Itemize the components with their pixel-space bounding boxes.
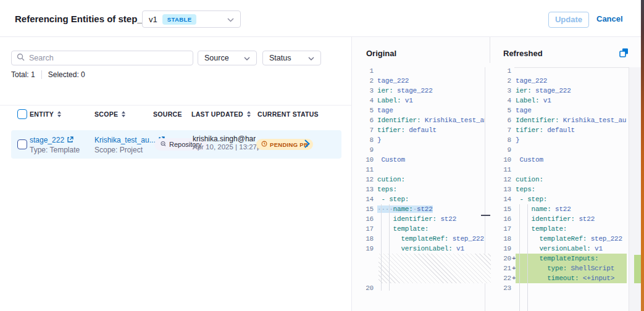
refreshed-pane-title: Refreshed bbox=[503, 49, 543, 58]
code-line: 3ier: stage_222 bbox=[499, 86, 641, 96]
indent-guide bbox=[519, 204, 520, 311]
clock-icon bbox=[261, 141, 267, 148]
code-line: 12cution: bbox=[361, 175, 491, 185]
code-line: 5tage bbox=[361, 106, 491, 115]
indent-guide bbox=[381, 204, 382, 291]
divider bbox=[41, 70, 42, 79]
selected-count: Selected: 0 bbox=[48, 70, 85, 79]
version-select[interactable]: v1 STABLE bbox=[142, 10, 241, 28]
repository-icon bbox=[160, 141, 167, 149]
diff-section: Original Refreshed 12tage_2223ier: stage… bbox=[352, 37, 644, 311]
entity-type: Type: Template bbox=[30, 146, 80, 154]
divider bbox=[490, 37, 490, 63]
code-line: 19 versionLabel: v1 bbox=[499, 244, 641, 254]
code-line: 7tifier: default bbox=[361, 125, 491, 135]
copy-icon[interactable] bbox=[619, 48, 630, 59]
code-line: 22+ timeout: <+input> bbox=[499, 273, 641, 283]
code-line: 5tage bbox=[499, 106, 641, 115]
code-line: 20+ templateInputs: bbox=[499, 254, 641, 263]
search-box[interactable] bbox=[11, 51, 193, 65]
code-line: 2tage_222 bbox=[499, 76, 641, 86]
code-line: 11 bbox=[499, 165, 641, 175]
code-line: 3ier: stage_222 bbox=[361, 86, 491, 96]
status-filter-dropdown[interactable]: Status bbox=[262, 51, 321, 65]
code-line: 18 templateRef: step_222 bbox=[499, 234, 641, 244]
code-line: 17 template: bbox=[499, 224, 641, 234]
search-input[interactable] bbox=[29, 54, 188, 62]
sort-icon[interactable] bbox=[122, 111, 125, 117]
sort-icon[interactable] bbox=[247, 111, 251, 117]
updated-by: krishika.singh@harnes... bbox=[193, 135, 256, 143]
background-page-edge bbox=[641, 0, 644, 311]
indent-guide bbox=[527, 204, 528, 311]
original-pane-title: Original bbox=[366, 49, 396, 58]
update-button[interactable]: Update bbox=[548, 12, 589, 28]
refreshed-code-pane[interactable]: 12tage_2223ier: stage_2224Label: v15tage… bbox=[499, 66, 641, 293]
code-line: 16 identifier: st22 bbox=[499, 214, 641, 224]
code-line: 13teps: bbox=[499, 185, 641, 194]
column-header-source: SOURCE bbox=[153, 110, 182, 118]
external-link-icon[interactable] bbox=[67, 135, 73, 146]
chevron-down-icon bbox=[308, 54, 314, 62]
column-header-entity: ENTITY bbox=[30, 110, 61, 118]
code-line: 1 bbox=[499, 66, 641, 76]
source-filter-dropdown[interactable]: Source bbox=[198, 51, 257, 65]
code-line: 10 Custom bbox=[361, 155, 491, 165]
code-line: 6Identifier: Krishika_test_aut bbox=[361, 115, 491, 125]
entities-panel: Source Status Total: 1 Selected: 0 ENTIT… bbox=[0, 37, 352, 311]
source-filter-label: Source bbox=[204, 54, 229, 62]
version-stable-badge: STABLE bbox=[162, 14, 197, 25]
code-line: 12cution: bbox=[499, 175, 641, 185]
code-line: 2tage_222 bbox=[361, 76, 491, 86]
entity-cell: stage_222 Type: Template bbox=[30, 135, 80, 154]
scope-link[interactable]: Krishika_test_au... bbox=[94, 136, 156, 144]
version-label: v1 bbox=[149, 15, 157, 24]
code-line: 9 bbox=[361, 145, 491, 155]
code-line: 6Identifier: Krishika_test_aut bbox=[499, 115, 641, 125]
column-header-current-status: CURRENT STATUS bbox=[257, 110, 319, 118]
code-line: 23 bbox=[499, 283, 641, 293]
code-line: 21+ type: ShellScript bbox=[499, 263, 641, 273]
code-line: 7tifier: default bbox=[499, 125, 641, 135]
code-line: 1 bbox=[361, 66, 491, 76]
code-line: 9 bbox=[499, 145, 641, 155]
entity-link[interactable]: stage_222 bbox=[30, 136, 64, 144]
page-title: Referencing Entities of step_222 bbox=[15, 14, 158, 24]
select-all-checkbox[interactable] bbox=[17, 109, 27, 119]
sort-icon[interactable] bbox=[57, 111, 61, 117]
code-line: 4Label: v1 bbox=[499, 96, 641, 106]
table-row[interactable]: stage_222 Type: Template Krishika_test_a… bbox=[11, 130, 341, 159]
status-filter-label: Status bbox=[269, 54, 291, 62]
code-line: 10 Custom bbox=[499, 155, 641, 165]
chevron-right-icon[interactable] bbox=[304, 139, 310, 151]
totals-bar: Total: 1 Selected: 0 bbox=[11, 70, 85, 79]
total-count: Total: 1 bbox=[11, 70, 35, 79]
divider bbox=[0, 105, 352, 106]
search-icon bbox=[17, 52, 25, 64]
code-line: 8} bbox=[361, 135, 491, 145]
cancel-button[interactable]: Cancel bbox=[596, 14, 623, 23]
last-updated-cell: krishika.singh@harnes... Apr 10, 2025 | … bbox=[193, 135, 256, 151]
column-header-scope: SCOPE bbox=[94, 110, 125, 118]
code-line: 13teps: bbox=[361, 185, 491, 194]
drawer-header: Referencing Entities of step_222 v1 STAB… bbox=[0, 0, 641, 37]
column-header-last-updated: LAST UPDATED bbox=[191, 110, 251, 118]
code-line: 8} bbox=[499, 135, 641, 145]
scope-sub: Scope: Project bbox=[94, 146, 165, 154]
chevron-down-icon bbox=[244, 54, 250, 62]
indent-guide bbox=[389, 204, 390, 291]
code-line: 14 - step: bbox=[361, 194, 491, 204]
diff-placeholder-hatch bbox=[378, 254, 491, 283]
chevron-down-icon bbox=[227, 14, 234, 25]
code-line: 14 - step: bbox=[499, 194, 641, 204]
referencing-entities-drawer: Referencing Entities of step_222 v1 STAB… bbox=[0, 0, 644, 311]
row-checkbox[interactable] bbox=[17, 139, 27, 149]
code-line: 11 bbox=[361, 165, 491, 175]
updated-at: Apr 10, 2025 | 13:27pm bbox=[193, 143, 256, 151]
code-line: 15 name: st22 bbox=[499, 204, 641, 214]
code-line: 4Label: v1 bbox=[361, 96, 491, 106]
